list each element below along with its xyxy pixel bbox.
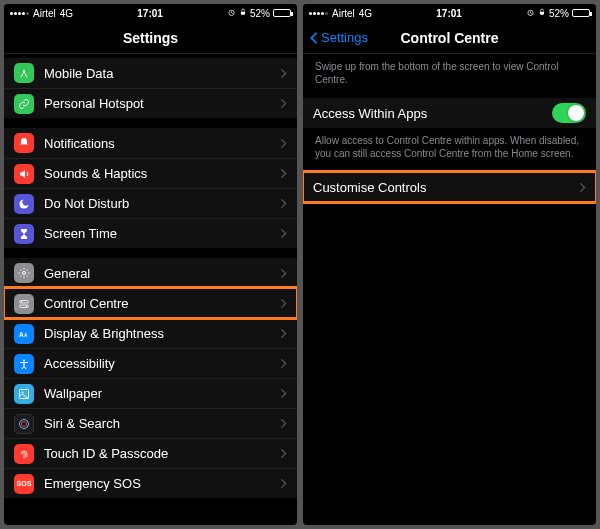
- svg-rect-16: [540, 12, 544, 15]
- row-label: Wallpaper: [44, 386, 280, 401]
- textsize-icon: AA: [14, 324, 34, 344]
- settings-row-notifications[interactable]: Notifications: [4, 128, 297, 158]
- speaker-icon: [14, 164, 34, 184]
- link-icon: [14, 94, 34, 114]
- svg-rect-1: [241, 12, 245, 15]
- chevron-right-icon: [280, 68, 287, 79]
- chevron-right-icon: [280, 478, 287, 489]
- switches-icon: [14, 294, 34, 314]
- alarm-icon: [227, 8, 236, 19]
- carrier-label: Airtel: [33, 8, 56, 19]
- battery-icon: [572, 9, 590, 17]
- chevron-right-icon: [280, 388, 287, 399]
- network-label: 4G: [359, 8, 372, 19]
- moon-icon: [14, 194, 34, 214]
- svg-point-14: [22, 421, 27, 426]
- settings-row-wallpaper[interactable]: Wallpaper: [4, 378, 297, 408]
- row-label: Siri & Search: [44, 416, 280, 431]
- row-label: Sounds & Haptics: [44, 166, 280, 181]
- accessibility-icon: [14, 354, 34, 374]
- settings-screen: Airtel 4G 17:01 52% Settings Mobile Data…: [4, 4, 297, 525]
- settings-row-display-brightness[interactable]: AADisplay & Brightness: [4, 318, 297, 348]
- row-label: Display & Brightness: [44, 326, 280, 341]
- access-within-apps-row[interactable]: Access Within Apps: [303, 98, 596, 128]
- wallpaper-icon: [14, 384, 34, 404]
- network-label: 4G: [60, 8, 73, 19]
- row-label: Touch ID & Passcode: [44, 446, 280, 461]
- row-label: Customise Controls: [313, 180, 579, 195]
- settings-list[interactable]: Mobile DataPersonal HotspotNotifications…: [4, 54, 297, 525]
- navbar: Settings: [4, 22, 297, 54]
- chevron-right-icon: [579, 182, 586, 193]
- clock-label: 17:01: [73, 8, 227, 19]
- svg-text:A: A: [24, 332, 28, 337]
- battery-percent: 52%: [549, 8, 569, 19]
- svg-point-3: [23, 272, 26, 275]
- row-label: Personal Hotspot: [44, 96, 280, 111]
- battery-percent: 52%: [250, 8, 270, 19]
- row-label: Notifications: [44, 136, 280, 151]
- chevron-right-icon: [280, 298, 287, 309]
- chevron-right-icon: [280, 328, 287, 339]
- customise-controls-row[interactable]: Customise Controls: [303, 172, 596, 202]
- svg-point-7: [26, 305, 28, 307]
- row-label: Control Centre: [44, 296, 280, 311]
- gear-icon: [14, 263, 34, 283]
- row-label: Screen Time: [44, 226, 280, 241]
- page-title: Control Centre: [401, 30, 499, 46]
- lock-icon: [239, 7, 247, 19]
- back-label: Settings: [321, 30, 368, 45]
- svg-text:A: A: [19, 330, 24, 337]
- chevron-right-icon: [280, 358, 287, 369]
- control-centre-content: Swipe up from the bottom of the screen t…: [303, 54, 596, 525]
- settings-row-emergency-sos[interactable]: SOSEmergency SOS: [4, 468, 297, 498]
- navbar: Settings Control Centre: [303, 22, 596, 54]
- svg-point-5: [21, 301, 23, 303]
- settings-row-sounds-haptics[interactable]: Sounds & Haptics: [4, 158, 297, 188]
- alarm-icon: [526, 8, 535, 19]
- toggle-switch[interactable]: [552, 103, 586, 123]
- settings-row-general[interactable]: General: [4, 258, 297, 288]
- chevron-right-icon: [280, 98, 287, 109]
- settings-row-personal-hotspot[interactable]: Personal Hotspot: [4, 88, 297, 118]
- row-label: General: [44, 266, 280, 281]
- status-bar: Airtel 4G 17:01 52%: [4, 4, 297, 22]
- chevron-right-icon: [280, 418, 287, 429]
- signal-icon: [10, 12, 29, 15]
- settings-row-touch-id-passcode[interactable]: Touch ID & Passcode: [4, 438, 297, 468]
- signal-icon: [309, 12, 328, 15]
- intro-hint: Swipe up from the bottom of the screen t…: [303, 54, 596, 88]
- back-button[interactable]: Settings: [309, 30, 368, 45]
- sos-icon: SOS: [14, 474, 34, 494]
- lock-icon: [538, 7, 546, 19]
- row-label: Mobile Data: [44, 66, 280, 81]
- chevron-right-icon: [280, 198, 287, 209]
- chevron-right-icon: [280, 168, 287, 179]
- row-label: Access Within Apps: [313, 106, 552, 121]
- battery-icon: [273, 9, 291, 17]
- row-label: Do Not Disturb: [44, 196, 280, 211]
- siri-icon: [14, 414, 34, 434]
- settings-row-screen-time[interactable]: Screen Time: [4, 218, 297, 248]
- chevron-right-icon: [280, 268, 287, 279]
- status-bar: Airtel 4G 17:01 52%: [303, 4, 596, 22]
- svg-point-13: [20, 419, 29, 428]
- row-label: Accessibility: [44, 356, 280, 371]
- page-title: Settings: [123, 30, 178, 46]
- settings-row-control-centre[interactable]: Control Centre: [4, 288, 297, 318]
- svg-point-10: [23, 359, 25, 361]
- settings-row-accessibility[interactable]: Accessibility: [4, 348, 297, 378]
- chevron-right-icon: [280, 228, 287, 239]
- fingerprint-icon: [14, 444, 34, 464]
- settings-row-siri-search[interactable]: Siri & Search: [4, 408, 297, 438]
- antenna-icon: [14, 63, 34, 83]
- carrier-label: Airtel: [332, 8, 355, 19]
- chevron-right-icon: [280, 448, 287, 459]
- chevron-right-icon: [280, 138, 287, 149]
- toggle-hint: Allow access to Control Centre within ap…: [303, 128, 596, 162]
- bell-icon: [14, 133, 34, 153]
- row-label: Emergency SOS: [44, 476, 280, 491]
- control-centre-screen: Airtel 4G 17:01 52% Settings Control Cen…: [303, 4, 596, 525]
- settings-row-do-not-disturb[interactable]: Do Not Disturb: [4, 188, 297, 218]
- settings-row-mobile-data[interactable]: Mobile Data: [4, 58, 297, 88]
